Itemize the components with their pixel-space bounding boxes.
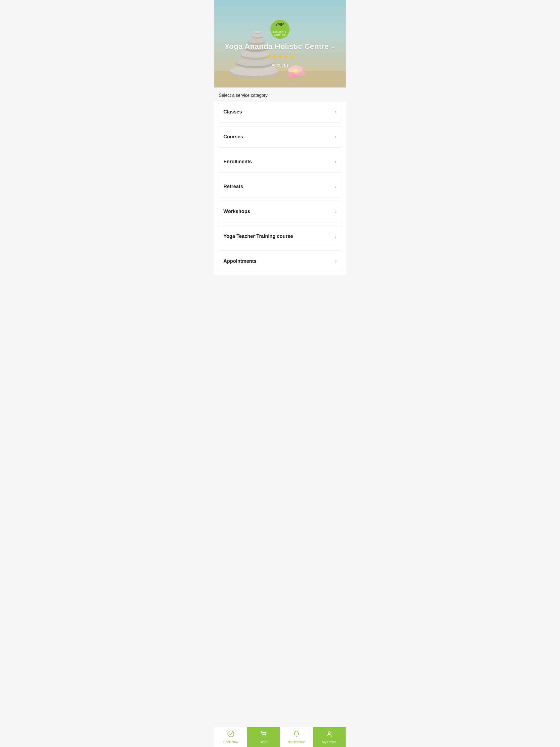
service-label-appointments: Appointments	[223, 258, 256, 264]
logo-text: yoga ananda holistic centre	[271, 22, 289, 36]
chevron-right-icon: ›	[335, 134, 337, 140]
nav-label-notifications: Notifications	[287, 740, 305, 744]
nav-label-book-now: Book Now	[223, 740, 238, 744]
service-item-appointments[interactable]: Appointments›	[218, 251, 342, 272]
service-item-classes[interactable]: Classes›	[218, 101, 342, 123]
service-label-classes: Classes	[223, 109, 242, 115]
logo-circle: yoga ananda holistic centre	[271, 20, 289, 39]
section-label: Select a service category	[214, 87, 346, 101]
chevron-down-icon: ⌄	[331, 43, 335, 50]
hero-section: yoga ananda holistic centre Yoga Ananda …	[214, 0, 346, 87]
person-icon	[326, 730, 333, 739]
content-area: Select a service category Classes›Course…	[214, 87, 346, 297]
nav-item-book-now[interactable]: Book Now	[214, 727, 247, 747]
chevron-right-icon: ›	[335, 109, 337, 115]
star-rating: ★ ★ ★ ★ ★	[265, 53, 295, 60]
service-label-retreats: Retreats	[223, 184, 243, 189]
star-2: ★	[272, 53, 276, 60]
star-5: ★	[289, 53, 295, 60]
chevron-right-icon: ›	[335, 209, 337, 214]
nav-label-my-profile: My Profile	[322, 740, 336, 744]
hero-title[interactable]: Yoga Ananda Holistic Centre ⌄	[225, 42, 335, 51]
service-label-yoga-teacher: Yoga Teacher Training course	[223, 233, 293, 239]
logo-holistic: holistic centre	[271, 31, 289, 36]
star-3: ★	[278, 53, 282, 60]
bottom-nav: Book Now Store Notifications	[214, 727, 346, 747]
bell-icon	[293, 730, 300, 739]
service-label-workshops: Workshops	[223, 209, 250, 214]
service-item-retreats[interactable]: Retreats›	[218, 176, 342, 198]
hero-content: yoga ananda holistic centre Yoga Ananda …	[225, 20, 335, 68]
check-circle-icon	[227, 730, 234, 739]
cart-icon	[260, 730, 267, 739]
chevron-right-icon: ›	[335, 159, 337, 164]
logo-ananda: ananda	[271, 26, 289, 31]
service-list: Classes›Courses›Enrollments›Retreats›Wor…	[214, 101, 346, 275]
service-item-yoga-teacher[interactable]: Yoga Teacher Training course›	[218, 226, 342, 247]
service-item-courses[interactable]: Courses›	[218, 126, 342, 148]
chevron-right-icon: ›	[335, 233, 337, 239]
star-4: ★	[284, 53, 288, 60]
service-label-courses: Courses	[223, 134, 243, 140]
nav-label-store: Store	[260, 740, 268, 744]
nav-item-notifications[interactable]: Notifications	[280, 727, 313, 747]
chevron-right-icon: ›	[335, 184, 337, 189]
svg-point-24	[293, 69, 298, 72]
svg-point-26	[263, 736, 263, 737]
service-item-enrollments[interactable]: Enrollments›	[218, 151, 342, 173]
nav-item-my-profile[interactable]: My Profile	[313, 727, 346, 747]
nav-item-store[interactable]: Store	[247, 727, 280, 747]
about-us-link[interactable]: About us	[271, 63, 288, 68]
logo-yoga: yoga	[271, 22, 289, 26]
chevron-right-icon: ›	[335, 258, 337, 264]
svg-point-28	[328, 732, 330, 734]
service-label-enrollments: Enrollments	[223, 159, 252, 164]
hero-title-text: Yoga Ananda Holistic Centre	[225, 42, 329, 51]
service-item-workshops[interactable]: Workshops›	[218, 201, 342, 222]
star-1: ★	[265, 53, 271, 60]
svg-point-27	[265, 736, 265, 737]
